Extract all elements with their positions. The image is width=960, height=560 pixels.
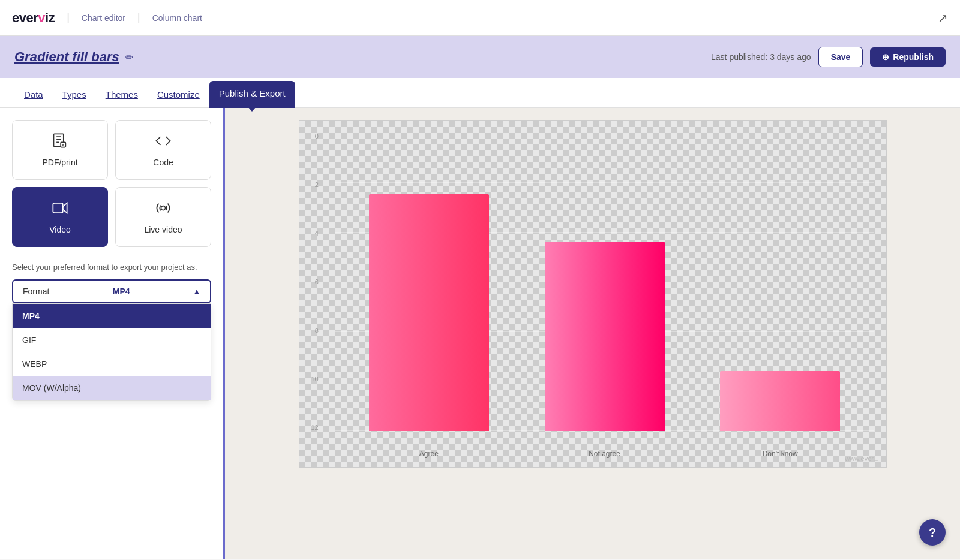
export-card-live-video[interactable]: Live video bbox=[115, 187, 211, 247]
logo-area: everviz | Chart editor | Column chart bbox=[12, 10, 202, 26]
y-label-8: 8 bbox=[315, 327, 319, 334]
y-label-4: 4 bbox=[315, 230, 319, 237]
tab-data[interactable]: Data bbox=[14, 82, 53, 108]
last-published-text: Last published: 3 days ago bbox=[711, 52, 811, 62]
tab-bar: Data Types Themes Customize Publish & Ex… bbox=[0, 78, 960, 108]
x-label-dont-know: Don't know bbox=[710, 450, 850, 458]
format-dropdown-menu: MP4 GIF WEBP MOV (W/Alpha) bbox=[12, 303, 211, 401]
help-button[interactable]: ? bbox=[919, 519, 946, 546]
breadcrumb-chart-type: Column chart bbox=[152, 13, 202, 23]
format-select-button[interactable]: Format MP4 ▲ bbox=[12, 279, 211, 303]
pdf-label: PDF/print bbox=[42, 158, 77, 167]
dropdown-item-gif[interactable]: GIF bbox=[13, 328, 211, 352]
main-content: PDF/print Code Video bbox=[0, 108, 960, 559]
bar-group-dont-know bbox=[710, 371, 850, 431]
bar-not-agree bbox=[545, 242, 665, 431]
svg-rect-2 bbox=[53, 203, 62, 213]
export-card-code[interactable]: Code bbox=[115, 120, 211, 180]
top-nav: everviz | Chart editor | Column chart ↗ bbox=[0, 0, 960, 36]
chart-bars-area bbox=[335, 133, 874, 431]
nav-divider-2: | bbox=[137, 11, 140, 24]
nav-divider: | bbox=[67, 11, 70, 24]
video-label: Video bbox=[49, 225, 71, 234]
format-label-text: Format bbox=[23, 287, 49, 296]
dropdown-item-webp[interactable]: WEBP bbox=[13, 352, 211, 376]
bar-group-agree bbox=[359, 194, 499, 431]
code-icon bbox=[155, 133, 172, 153]
chart-watermark: www.ever... bbox=[845, 455, 878, 462]
chart-area: 12 10 8 6 4 2 0 bbox=[225, 108, 960, 559]
svg-point-4 bbox=[161, 206, 166, 210]
format-selected-value: MP4 bbox=[113, 287, 130, 296]
exit-icon[interactable]: ↗ bbox=[938, 11, 948, 25]
save-button[interactable]: Save bbox=[818, 47, 863, 67]
format-description: Select your preferred format to export y… bbox=[12, 261, 211, 273]
y-label-10: 10 bbox=[311, 375, 319, 383]
pdf-icon bbox=[52, 133, 68, 153]
chevron-up-icon: ▲ bbox=[193, 287, 200, 296]
code-label: Code bbox=[153, 158, 173, 167]
y-label-6: 6 bbox=[315, 278, 319, 285]
header-bar: Gradient fill bars ✏ Last published: 3 d… bbox=[0, 36, 960, 78]
export-card-pdf[interactable]: PDF/print bbox=[12, 120, 108, 180]
y-label-2: 2 bbox=[315, 181, 319, 188]
tab-themes[interactable]: Themes bbox=[96, 82, 148, 108]
dropdown-item-mp4[interactable]: MP4 bbox=[13, 304, 211, 328]
left-panel: PDF/print Code Video bbox=[0, 108, 225, 559]
bar-group-not-agree bbox=[535, 242, 674, 431]
y-axis: 12 10 8 6 4 2 0 bbox=[311, 133, 323, 431]
tab-types[interactable]: Types bbox=[53, 82, 96, 108]
live-video-label: Live video bbox=[144, 225, 182, 234]
export-card-video[interactable]: Video bbox=[12, 187, 108, 247]
tab-customize[interactable]: Customize bbox=[148, 82, 209, 108]
header-actions: Last published: 3 days ago Save ⊕ Republ… bbox=[711, 47, 946, 67]
x-label-agree: Agree bbox=[359, 450, 499, 458]
svg-marker-3 bbox=[63, 203, 67, 213]
logo: everviz bbox=[12, 10, 55, 26]
x-axis: Agree Not agree Don't know bbox=[335, 450, 874, 458]
republish-button[interactable]: ⊕ Republish bbox=[870, 47, 946, 67]
chart-title-area: Gradient fill bars ✏ bbox=[14, 49, 133, 65]
live-video-icon bbox=[155, 200, 172, 220]
video-icon bbox=[52, 200, 68, 220]
bar-agree bbox=[369, 194, 489, 431]
top-nav-right: ↗ bbox=[938, 11, 948, 25]
y-label-12: 12 bbox=[311, 424, 319, 431]
bar-dont-know bbox=[720, 371, 840, 431]
breadcrumb-chart-editor: Chart editor bbox=[82, 13, 125, 23]
chart-title[interactable]: Gradient fill bars bbox=[14, 49, 119, 65]
chart-container: 12 10 8 6 4 2 0 bbox=[299, 120, 887, 468]
dropdown-item-mov[interactable]: MOV (W/Alpha) bbox=[13, 376, 211, 400]
export-options-grid: PDF/print Code Video bbox=[12, 120, 211, 247]
tab-publish-export[interactable]: Publish & Export bbox=[209, 81, 295, 108]
x-label-not-agree: Not agree bbox=[535, 450, 674, 458]
republish-icon: ⊕ bbox=[882, 52, 889, 62]
format-select-wrapper: Format MP4 ▲ MP4 GIF WEBP MOV (W/Alpha) bbox=[12, 279, 211, 303]
y-label-0: 0 bbox=[315, 133, 319, 140]
edit-icon[interactable]: ✏ bbox=[125, 52, 133, 63]
